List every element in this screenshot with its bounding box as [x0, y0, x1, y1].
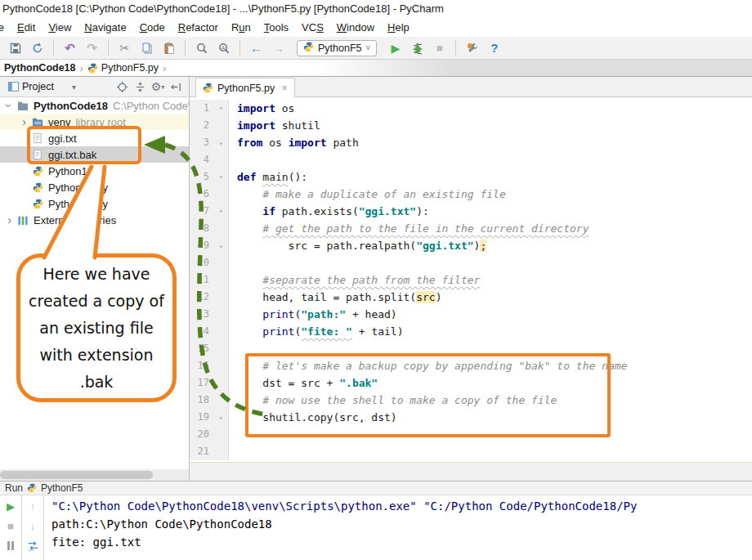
code-text: head, tail = path.split(src)	[229, 289, 441, 306]
tree-row-ggi-txt-bak[interactable]: ggi.txt.bak	[0, 146, 189, 163]
code-line-11[interactable]: 11 #separate the path from the filter	[190, 271, 752, 289]
menu-item-refactor[interactable]: Refactor	[172, 21, 225, 34]
code-line-5[interactable]: 5▾def main():	[190, 168, 752, 186]
code-line-15[interactable]: 15	[190, 340, 752, 357]
gear-icon[interactable]: ⚙▾	[149, 78, 167, 95]
sync-icon[interactable]	[27, 39, 47, 57]
console-settings-icon[interactable]	[26, 539, 39, 552]
code-line-12[interactable]: 12 head, tail = path.split(src)	[190, 289, 752, 306]
project-tool-icon[interactable]	[4, 78, 22, 95]
line-number: 9	[190, 237, 214, 254]
code-text: # let's make a backup copy by appending …	[229, 357, 627, 374]
cut-icon[interactable]: ✂	[114, 39, 135, 57]
menu-item-file[interactable]: File	[0, 21, 11, 34]
main-toolbar: ↶ ↷ ✂ A ← → PythonF5 ˅ ▶ ■ ?	[0, 37, 752, 60]
editor-tab-pythonf5[interactable]: PythonF5.py ×	[195, 78, 295, 97]
code-line-9[interactable]: 9▴ src = path.realpath("ggi.txt");	[190, 237, 752, 254]
gutter	[214, 426, 229, 443]
code-line-18[interactable]: 18 # now use the shell to make a copy of…	[190, 392, 752, 409]
collapse-all-icon[interactable]	[131, 78, 149, 95]
tree-item-hint: C:\Python Code\Pyt	[113, 100, 189, 112]
replace-icon[interactable]: A	[213, 39, 234, 57]
code-line-1[interactable]: 1▾import os	[190, 100, 752, 117]
debug-icon[interactable]	[407, 39, 427, 57]
menu-item-navigate[interactable]: Navigate	[78, 21, 132, 34]
breadcrumb-project[interactable]: PythonCode18	[4, 62, 76, 74]
code-line-3[interactable]: 3▴from os import path	[190, 134, 752, 151]
menu-item-tools[interactable]: Tools	[257, 21, 295, 34]
fold-marker-icon[interactable]: ▾	[214, 168, 229, 186]
console-line-3: fite: ggi.txt	[51, 533, 752, 551]
code-line-20[interactable]: 20	[190, 426, 752, 443]
tree-row-pythoncode18[interactable]: ›PythonCode18C:\Python Code\Pyt	[0, 97, 189, 114]
run-button[interactable]: ▶	[385, 39, 405, 57]
code-line-14[interactable]: 14 print("fite: " + tail)	[190, 323, 752, 340]
tree-row-python18f3[interactable]: Python18F3	[0, 163, 189, 179]
run-tool-window: Run PythonF5 ▶ ■ ↑ ↓ "C:\Python Code\Pyt…	[0, 481, 752, 560]
pause-icon[interactable]	[4, 539, 17, 552]
code-line-6[interactable]: 6 # make a duplicate of an existing file	[190, 186, 752, 203]
code-line-7[interactable]: 7▾ if path.exists("ggi.txt"):	[190, 203, 752, 220]
code-area[interactable]: 1▾import os2import shutil3▴from os impor…	[190, 97, 752, 462]
fold-marker-icon[interactable]: ▾	[214, 100, 229, 117]
breadcrumb-file[interactable]: PythonF5.py	[101, 62, 159, 74]
menu-item-run[interactable]: Run	[225, 21, 257, 34]
code-line-17[interactable]: 17 dst = src + ".bak"	[190, 374, 752, 392]
fold-marker-icon[interactable]: ▴	[214, 237, 229, 254]
code-line-19[interactable]: 19▴ shutil.copy(src, dst)	[190, 409, 752, 426]
forward-icon[interactable]: →	[268, 39, 289, 57]
chevron-down-icon: ˅	[366, 43, 371, 52]
paste-icon[interactable]	[159, 39, 179, 57]
run-tab-label[interactable]: PythonF5	[41, 482, 83, 494]
gutter	[214, 374, 229, 392]
help-icon[interactable]: ?	[484, 39, 504, 57]
tree-row-pythonf5-py[interactable]: PythonF5.py	[0, 195, 189, 212]
chevron-right-icon[interactable]: ›	[3, 213, 16, 226]
locate-file-icon[interactable]	[113, 78, 131, 95]
code-line-13[interactable]: 13 print("path:" + head)	[190, 306, 752, 323]
code-line-16[interactable]: 16 # let's make a backup copy by appendi…	[190, 357, 752, 374]
code-line-21[interactable]: 21	[190, 443, 752, 460]
undo-icon[interactable]: ↶	[60, 39, 80, 57]
editor-tab-bar: PythonF5.py ×	[190, 77, 752, 97]
chevron-right-icon[interactable]: ›	[18, 115, 30, 128]
python-icon	[303, 42, 314, 55]
code-line-8[interactable]: 8 # get the path to the file in the curr…	[190, 220, 752, 237]
code-line-10[interactable]: 10	[190, 254, 752, 271]
run-panel-title[interactable]: Run	[5, 482, 23, 494]
toolbar-separator	[455, 41, 456, 56]
redo-icon[interactable]: ↷	[82, 39, 102, 57]
tree-row-venv[interactable]: ›venvlibrary root	[0, 114, 189, 130]
chevron-down-icon[interactable]: ▾	[72, 83, 76, 92]
run-config-select[interactable]: PythonF5 ˅	[297, 40, 377, 56]
fold-marker-icon[interactable]: ▴	[214, 409, 229, 426]
tree-row-ggi-txt[interactable]: ggi.txt	[0, 130, 189, 146]
python-icon	[30, 182, 45, 193]
menu-item-edit[interactable]: Edit	[11, 21, 42, 34]
close-icon[interactable]: ×	[281, 82, 288, 94]
save-icon[interactable]	[5, 39, 25, 57]
menu-item-code[interactable]: Code	[133, 21, 172, 34]
menu-item-help[interactable]: Help	[381, 21, 416, 34]
chevron-down-icon[interactable]: ›	[3, 99, 16, 112]
rerun-button[interactable]: ▶	[4, 500, 17, 513]
project-panel-title[interactable]: Project	[22, 81, 54, 92]
back-icon[interactable]: ←	[246, 39, 266, 57]
tree-row-external-libraries[interactable]: ›External Libraries	[0, 212, 189, 228]
find-icon[interactable]	[191, 39, 212, 57]
tree-row-pythonf4-py[interactable]: PythonF4.py	[0, 179, 189, 195]
hide-panel-icon[interactable]	[167, 78, 185, 95]
editor-bottom-filler	[190, 462, 752, 481]
fold-marker-icon[interactable]: ▾	[214, 203, 229, 220]
code-text: import shutil	[229, 117, 320, 134]
menu-item-view[interactable]: View	[42, 21, 78, 34]
copy-icon[interactable]	[137, 39, 157, 57]
code-line-4[interactable]: 4	[190, 151, 752, 168]
fold-marker-icon[interactable]: ▴	[214, 134, 229, 151]
settings-wrench-icon[interactable]	[462, 39, 482, 57]
code-line-2[interactable]: 2import shutil	[190, 117, 752, 134]
scrollbar-thumb[interactable]	[0, 471, 153, 479]
gutter	[214, 289, 229, 306]
menu-item-vcs[interactable]: VCS	[295, 21, 330, 34]
menu-item-window[interactable]: Window	[330, 21, 381, 34]
